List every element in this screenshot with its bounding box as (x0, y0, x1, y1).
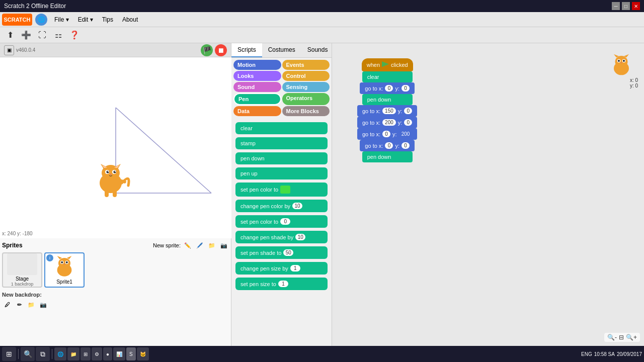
taskbar-windows[interactable]: ⊞ (80, 347, 91, 360)
pen-down-2-block[interactable]: pen down (362, 151, 413, 162)
sprite-info-button[interactable]: i (46, 254, 53, 261)
clear-script-block[interactable]: clear (362, 71, 413, 82)
goto-200-0-block[interactable]: go to x: 200 y: 0 (357, 117, 417, 128)
edit-backdrop-button[interactable]: ✏ (14, 300, 24, 310)
goto-0-200-block[interactable]: go to x: 0 y: 200 (357, 128, 417, 140)
menu-about[interactable]: About (118, 15, 142, 24)
green-flag-button[interactable]: 🏴 (201, 44, 213, 56)
toolbar-fullscreen[interactable]: ⛶ (36, 29, 48, 41)
stop-button[interactable]: ⏹ (215, 44, 227, 56)
goto-xy-0-0-block[interactable]: go to x: 0 y: 0 (360, 82, 415, 94)
task-view-button[interactable]: ⧉ (36, 347, 50, 361)
x200-input[interactable]: 200 (382, 119, 396, 126)
stage-sprite-item[interactable]: Stage 1 backdrop (2, 252, 42, 288)
folder-sprite-button[interactable]: 📁 (207, 240, 217, 250)
set-size-input[interactable]: 1 (278, 281, 288, 287)
x0e-input[interactable]: 0 (385, 142, 393, 149)
camera-backdrop-button[interactable]: 📷 (38, 300, 48, 310)
search-taskbar-button[interactable]: 🔍 (21, 347, 35, 361)
block-change-shade[interactable]: change pen shade by 10 (235, 231, 328, 243)
block-set-pen-color[interactable]: set pen color to (235, 183, 328, 197)
block-pen-down[interactable]: pen down (235, 152, 328, 164)
goto-0-0-final-block[interactable]: go to x: 0 y: 0 (360, 140, 415, 151)
block-stamp[interactable]: stamp (235, 137, 328, 149)
block-set-size[interactable]: set pen size to 1 (235, 278, 328, 290)
tab-costumes[interactable]: Costumes (262, 43, 301, 57)
menu-file[interactable]: File ▾ (50, 15, 73, 24)
goto-150-0-block[interactable]: go to x: 150 y: 0 (357, 105, 417, 117)
edit-sprite-button[interactable]: 🖊️ (195, 240, 205, 250)
pen-color-swatch[interactable] (280, 186, 290, 194)
paint-sprite-button[interactable]: ✏️ (183, 240, 193, 250)
maximize-button[interactable]: □ (622, 2, 630, 10)
minimize-button[interactable]: ─ (612, 2, 620, 10)
zoom-in-button[interactable]: 🔍+ (626, 334, 637, 341)
category-control[interactable]: Control (282, 71, 330, 81)
category-events[interactable]: Events (282, 60, 330, 70)
menu-edit[interactable]: Edit ▾ (74, 15, 97, 24)
category-data[interactable]: Data (233, 106, 281, 116)
tab-scripts[interactable]: Scripts (231, 43, 262, 57)
svg-point-29 (615, 56, 628, 67)
y0e-input[interactable]: 0 (401, 142, 410, 149)
category-more[interactable]: More Blocks (282, 106, 330, 116)
y0b-input[interactable]: 0 (404, 108, 412, 114)
block-pen-up[interactable]: pen up (235, 167, 328, 179)
when-flag-clicked-block[interactable]: when clicked (362, 58, 413, 71)
category-pen[interactable]: Pen (233, 93, 281, 105)
folder-backdrop-button[interactable]: 📁 (26, 300, 36, 310)
close-button[interactable]: ✕ (632, 2, 640, 10)
taskbar-chrome[interactable]: ● (103, 347, 112, 360)
x0-input[interactable]: 0 (385, 85, 393, 92)
paint-backdrop-button[interactable]: 🖊 (2, 300, 12, 310)
x0d-input[interactable]: 0 (382, 131, 390, 137)
sprites-label: Sprites (2, 242, 23, 249)
globe-button[interactable]: 🌐 (35, 14, 47, 26)
toolbar-turbo[interactable]: ⚏ (52, 29, 64, 41)
taskbar-explorer[interactable]: 📁 (67, 347, 79, 360)
toolbar-upload[interactable]: ⬆ (4, 29, 16, 41)
taskbar-scratch-app[interactable]: S (126, 347, 136, 360)
block-set-shade[interactable]: set pen shade to 50 (235, 246, 328, 259)
y200-input[interactable]: 200 (399, 131, 413, 137)
taskbar-powerpoint[interactable]: 📊 (113, 347, 125, 360)
block-change-pen-color[interactable]: change pen color by 10 (235, 200, 328, 212)
taskbar-time: 10:58 SA (594, 351, 615, 357)
x150-input[interactable]: 150 (382, 108, 396, 114)
taskbar-scratch2[interactable]: 🐱 (137, 347, 149, 360)
start-button[interactable]: ⊞ (2, 347, 16, 361)
menu-tips[interactable]: Tips (98, 15, 117, 24)
block-categories: Motion Events Looks Control Sound Sensin… (231, 58, 332, 118)
block-set-pen-color2[interactable]: set pen color to 0 (235, 215, 328, 228)
toolbar-add[interactable]: ➕ (20, 29, 32, 41)
sprite1-item[interactable]: i Sprite1 (44, 252, 85, 288)
camera-sprite-button[interactable]: 📷 (219, 240, 229, 250)
set-shade-input[interactable]: 50 (283, 249, 293, 256)
y0-input[interactable]: 0 (401, 85, 410, 92)
expand-stage-button[interactable]: ▣ (4, 45, 14, 55)
change-shade-input[interactable]: 10 (295, 234, 305, 240)
stage-sub: 1 backdrop (11, 282, 34, 287)
set-color-input[interactable]: 0 (280, 218, 290, 225)
category-looks[interactable]: Looks (233, 71, 281, 81)
category-operators[interactable]: Operators (282, 93, 330, 105)
tab-sounds[interactable]: Sounds (301, 43, 334, 57)
y0c-input[interactable]: 0 (404, 119, 412, 126)
zoom-fit-button[interactable]: ⊟ (619, 334, 624, 341)
svg-point-11 (107, 171, 109, 173)
zoom-out-button[interactable]: 🔍- (607, 334, 617, 341)
change-color-input[interactable]: 10 (292, 203, 302, 209)
script-area[interactable]: when clicked clear go to x: 0 y: 0 pen d… (332, 43, 644, 346)
svg-point-12 (114, 171, 116, 173)
change-size-input[interactable]: 1 (290, 265, 300, 272)
taskbar-app3[interactable]: ⚙ (92, 347, 102, 360)
cat-corner-image (609, 53, 634, 80)
category-sensing[interactable]: Sensing (282, 82, 330, 92)
block-clear[interactable]: clear (235, 122, 328, 134)
pen-down-1-block[interactable]: pen down (362, 94, 413, 105)
toolbar-help[interactable]: ❓ (68, 29, 80, 41)
taskbar-edge[interactable]: 🌐 (54, 347, 66, 360)
category-sound[interactable]: Sound (233, 82, 281, 92)
block-change-size[interactable]: change pen size by 1 (235, 262, 328, 275)
category-motion[interactable]: Motion (233, 60, 281, 70)
